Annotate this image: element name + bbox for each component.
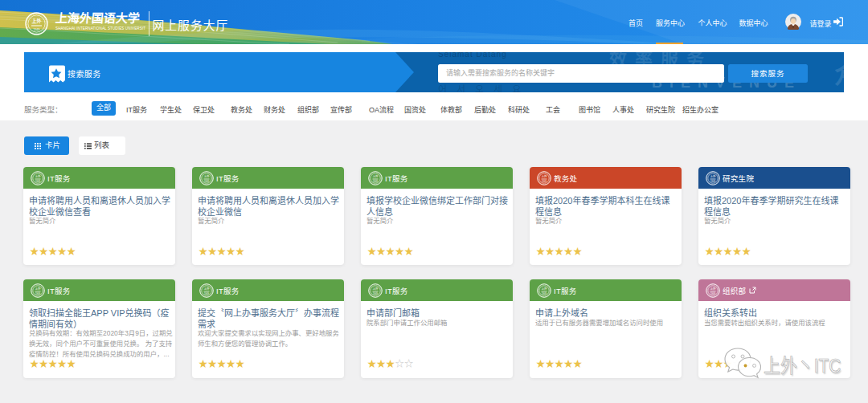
svg-text:上外: 上外: [31, 18, 41, 24]
svg-text:1949: 1949: [373, 291, 378, 295]
svg-text:1949: 1949: [710, 291, 715, 295]
svg-text:上外: 上外: [372, 174, 379, 178]
svg-text:上外: 上外: [710, 287, 716, 291]
svg-text:上外: 上外: [203, 174, 210, 178]
svg-text:1949: 1949: [34, 28, 40, 31]
svg-text:1949: 1949: [542, 179, 547, 182]
svg-text:上外: 上外: [710, 174, 716, 178]
svg-text:上外: 上外: [35, 287, 41, 291]
svg-text:上外: 上外: [35, 174, 41, 178]
svg-text:1949: 1949: [373, 179, 378, 182]
svg-text:上外: 上外: [203, 287, 210, 291]
svg-text:上外: 上外: [541, 287, 547, 291]
svg-text:1949: 1949: [35, 291, 40, 295]
svg-text:上外: 上外: [541, 174, 547, 178]
svg-text:1949: 1949: [35, 179, 40, 182]
svg-text:1949: 1949: [710, 179, 715, 182]
svg-text:1949: 1949: [542, 291, 547, 295]
svg-text:1949: 1949: [204, 179, 209, 182]
svg-text:1949: 1949: [204, 291, 209, 295]
svg-text:上外: 上外: [372, 287, 379, 291]
